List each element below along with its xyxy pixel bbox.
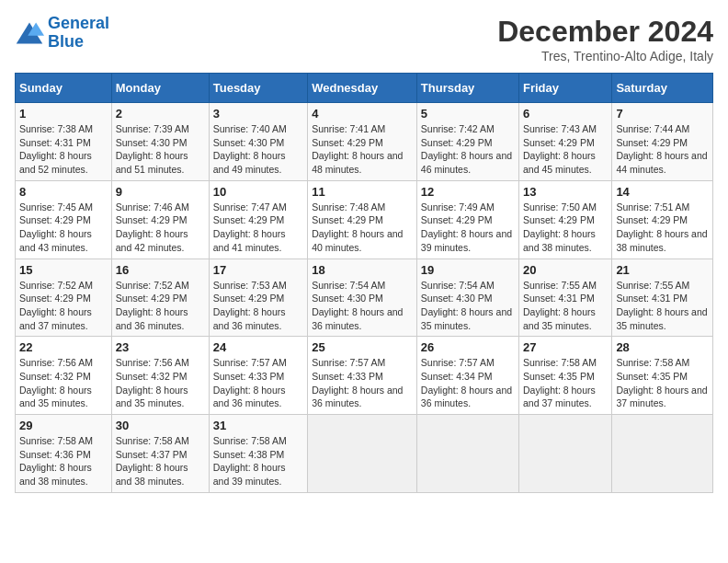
calendar-cell: 23 Sunrise: 7:56 AMSunset: 4:32 PMDaylig…	[111, 337, 209, 415]
day-info: Sunrise: 7:48 AMSunset: 4:29 PMDaylight:…	[312, 201, 403, 253]
calendar-cell: 12 Sunrise: 7:49 AMSunset: 4:29 PMDaylig…	[416, 180, 518, 259]
subtitle: Tres, Trentino-Alto Adige, Italy	[497, 49, 713, 63]
calendar-cell: 15 Sunrise: 7:52 AMSunset: 4:29 PMDaylig…	[16, 259, 112, 337]
calendar-cell: 14 Sunrise: 7:51 AMSunset: 4:29 PMDaylig…	[612, 180, 713, 259]
day-number: 18	[312, 263, 413, 277]
day-info: Sunrise: 7:46 AMSunset: 4:29 PMDaylight:…	[116, 201, 189, 253]
calendar-cell	[308, 415, 417, 493]
day-number: 26	[421, 340, 515, 354]
day-info: Sunrise: 7:53 AMSunset: 4:29 PMDaylight:…	[213, 280, 287, 331]
calendar-cell	[612, 415, 713, 493]
calendar-cell: 5 Sunrise: 7:42 AMSunset: 4:29 PMDayligh…	[416, 103, 518, 181]
day-number: 28	[616, 340, 709, 354]
calendar-cell: 29 Sunrise: 7:58 AMSunset: 4:36 PMDaylig…	[16, 415, 112, 493]
day-info: Sunrise: 7:57 AMSunset: 4:33 PMDaylight:…	[312, 357, 403, 408]
calendar-cell: 20 Sunrise: 7:55 AMSunset: 4:31 PMDaylig…	[519, 259, 612, 337]
calendar-cell: 24 Sunrise: 7:57 AMSunset: 4:33 PMDaylig…	[209, 337, 307, 415]
dow-header: Wednesday	[308, 74, 417, 103]
calendar-cell: 3 Sunrise: 7:40 AMSunset: 4:30 PMDayligh…	[209, 103, 307, 181]
day-number: 27	[523, 340, 608, 354]
day-number: 8	[19, 185, 108, 199]
logo-line2: Blue	[48, 32, 84, 51]
day-info: Sunrise: 7:44 AMSunset: 4:29 PMDaylight:…	[616, 123, 707, 175]
day-number: 15	[19, 263, 108, 277]
day-info: Sunrise: 7:58 AMSunset: 4:37 PMDaylight:…	[116, 435, 189, 487]
day-number: 19	[421, 263, 515, 277]
calendar-cell: 13 Sunrise: 7:50 AMSunset: 4:29 PMDaylig…	[519, 180, 612, 259]
calendar-cell: 16 Sunrise: 7:52 AMSunset: 4:29 PMDaylig…	[111, 259, 209, 337]
day-info: Sunrise: 7:55 AMSunset: 4:31 PMDaylight:…	[616, 280, 707, 331]
day-info: Sunrise: 7:47 AMSunset: 4:29 PMDaylight:…	[213, 201, 287, 253]
day-number: 17	[213, 263, 303, 277]
day-number: 21	[616, 263, 709, 277]
day-number: 6	[523, 107, 608, 121]
calendar-cell: 1 Sunrise: 7:38 AMSunset: 4:31 PMDayligh…	[16, 103, 112, 181]
day-number: 9	[116, 185, 205, 199]
calendar-cell: 27 Sunrise: 7:58 AMSunset: 4:35 PMDaylig…	[519, 337, 612, 415]
day-info: Sunrise: 7:55 AMSunset: 4:31 PMDaylight:…	[523, 280, 597, 331]
calendar-cell: 26 Sunrise: 7:57 AMSunset: 4:34 PMDaylig…	[416, 337, 518, 415]
day-number: 30	[116, 419, 205, 432]
day-number: 12	[421, 185, 515, 199]
day-info: Sunrise: 7:58 AMSunset: 4:35 PMDaylight:…	[616, 357, 707, 408]
day-number: 13	[523, 185, 608, 199]
calendar-cell: 8 Sunrise: 7:45 AMSunset: 4:29 PMDayligh…	[16, 180, 112, 259]
day-info: Sunrise: 7:50 AMSunset: 4:29 PMDaylight:…	[523, 201, 597, 253]
day-info: Sunrise: 7:54 AMSunset: 4:30 PMDaylight:…	[312, 280, 403, 331]
day-number: 1	[19, 107, 108, 121]
day-info: Sunrise: 7:49 AMSunset: 4:29 PMDaylight:…	[421, 201, 512, 253]
day-number: 20	[523, 263, 608, 277]
logo: General Blue	[15, 15, 109, 52]
main-title: December 2024	[497, 15, 713, 49]
day-number: 14	[616, 185, 709, 199]
calendar-cell: 21 Sunrise: 7:55 AMSunset: 4:31 PMDaylig…	[612, 259, 713, 337]
day-info: Sunrise: 7:57 AMSunset: 4:34 PMDaylight:…	[421, 357, 512, 408]
dow-header: Thursday	[416, 74, 518, 103]
day-info: Sunrise: 7:41 AMSunset: 4:29 PMDaylight:…	[312, 123, 403, 175]
dow-header: Tuesday	[209, 74, 307, 103]
day-number: 4	[312, 107, 413, 121]
calendar-table: SundayMondayTuesdayWednesdayThursdayFrid…	[15, 73, 713, 493]
day-number: 29	[19, 419, 108, 432]
calendar-cell: 30 Sunrise: 7:58 AMSunset: 4:37 PMDaylig…	[111, 415, 209, 493]
day-number: 31	[213, 419, 303, 432]
day-info: Sunrise: 7:58 AMSunset: 4:36 PMDaylight:…	[19, 435, 93, 487]
calendar-cell: 18 Sunrise: 7:54 AMSunset: 4:30 PMDaylig…	[308, 259, 417, 337]
calendar-cell	[519, 415, 612, 493]
day-info: Sunrise: 7:58 AMSunset: 4:38 PMDaylight:…	[213, 435, 287, 487]
day-info: Sunrise: 7:40 AMSunset: 4:30 PMDaylight:…	[213, 123, 287, 175]
calendar-cell: 2 Sunrise: 7:39 AMSunset: 4:30 PMDayligh…	[111, 103, 209, 181]
calendar-cell: 22 Sunrise: 7:56 AMSunset: 4:32 PMDaylig…	[16, 337, 112, 415]
title-area: December 2024 Tres, Trentino-Alto Adige,…	[497, 15, 713, 63]
day-info: Sunrise: 7:51 AMSunset: 4:29 PMDaylight:…	[616, 201, 707, 253]
day-info: Sunrise: 7:56 AMSunset: 4:32 PMDaylight:…	[19, 357, 93, 408]
calendar-cell: 28 Sunrise: 7:58 AMSunset: 4:35 PMDaylig…	[612, 337, 713, 415]
day-number: 5	[421, 107, 515, 121]
day-number: 24	[213, 340, 303, 354]
day-number: 16	[116, 263, 205, 277]
day-info: Sunrise: 7:43 AMSunset: 4:29 PMDaylight:…	[523, 123, 597, 175]
day-number: 11	[312, 185, 413, 199]
day-number: 2	[116, 107, 205, 121]
day-info: Sunrise: 7:42 AMSunset: 4:29 PMDaylight:…	[421, 123, 512, 175]
dow-header: Friday	[519, 74, 612, 103]
calendar-cell: 25 Sunrise: 7:57 AMSunset: 4:33 PMDaylig…	[308, 337, 417, 415]
dow-header: Sunday	[16, 74, 112, 103]
day-info: Sunrise: 7:57 AMSunset: 4:33 PMDaylight:…	[213, 357, 287, 408]
dow-header: Monday	[111, 74, 209, 103]
day-number: 7	[616, 107, 709, 121]
calendar-cell: 10 Sunrise: 7:47 AMSunset: 4:29 PMDaylig…	[209, 180, 307, 259]
day-info: Sunrise: 7:52 AMSunset: 4:29 PMDaylight:…	[116, 280, 189, 331]
day-info: Sunrise: 7:45 AMSunset: 4:29 PMDaylight:…	[19, 201, 93, 253]
day-info: Sunrise: 7:54 AMSunset: 4:30 PMDaylight:…	[421, 280, 512, 331]
calendar-cell: 11 Sunrise: 7:48 AMSunset: 4:29 PMDaylig…	[308, 180, 417, 259]
calendar-cell: 31 Sunrise: 7:58 AMSunset: 4:38 PMDaylig…	[209, 415, 307, 493]
day-number: 3	[213, 107, 303, 121]
day-info: Sunrise: 7:39 AMSunset: 4:30 PMDaylight:…	[116, 123, 189, 175]
calendar-cell: 4 Sunrise: 7:41 AMSunset: 4:29 PMDayligh…	[308, 103, 417, 181]
day-info: Sunrise: 7:38 AMSunset: 4:31 PMDaylight:…	[19, 123, 93, 175]
day-info: Sunrise: 7:58 AMSunset: 4:35 PMDaylight:…	[523, 357, 597, 408]
calendar-cell: 6 Sunrise: 7:43 AMSunset: 4:29 PMDayligh…	[519, 103, 612, 181]
calendar-cell	[416, 415, 518, 493]
logo-line1: General	[48, 14, 109, 32]
